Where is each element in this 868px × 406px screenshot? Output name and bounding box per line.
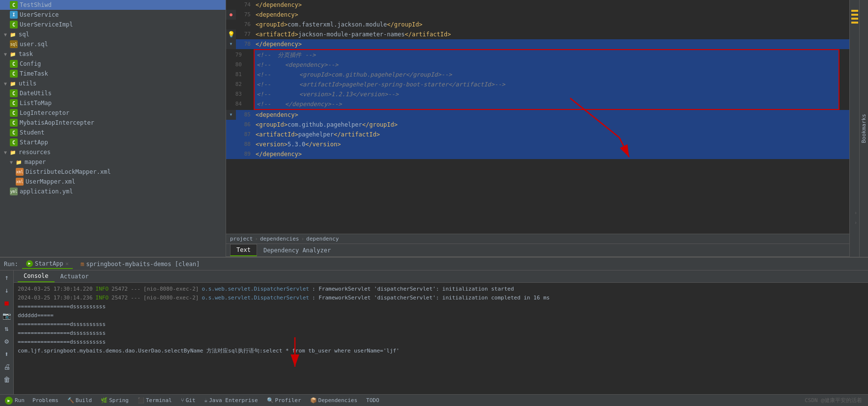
sidebar-item-timetask[interactable]: C TimeTask bbox=[0, 69, 226, 79]
run-tab-clean[interactable]: m springboot-mybaits-demos [clean] bbox=[77, 260, 203, 269]
panel-tab-console[interactable]: Console bbox=[18, 271, 55, 282]
sep-1: --- bbox=[131, 285, 141, 294]
class-icon: C bbox=[10, 21, 18, 28]
tab-text[interactable]: Text bbox=[230, 244, 257, 256]
sidebar-item-utils[interactable]: ▼ 📁 utils bbox=[0, 79, 226, 88]
status-bar: ▶ Run Problems 🔨 Build 🌿 Spring ⬛ Termin… bbox=[0, 394, 868, 406]
class-icon: C bbox=[10, 99, 18, 107]
run-tab-startapp[interactable]: ▶ StartApp ✕ bbox=[22, 259, 73, 269]
line-content-89: </dependency> bbox=[254, 149, 849, 159]
sidebar-item-mybatisaopintercepter[interactable]: C MybatisAopIntercepter bbox=[0, 118, 226, 128]
terminal-label: Terminal bbox=[146, 397, 172, 404]
sidebar-item-label: Config bbox=[20, 60, 41, 67]
sidebar-item-testshiwd[interactable]: C TestShiwd bbox=[0, 0, 226, 10]
code-line-85: ▼ 85 <dependency> bbox=[226, 110, 849, 120]
fold-icon-85: ▼ bbox=[230, 110, 232, 120]
folder-arrow-icon: ▼ bbox=[4, 81, 9, 86]
trash-btn[interactable]: 🗑 bbox=[2, 375, 12, 384]
startapp-tab-label: StartApp bbox=[35, 260, 63, 267]
sidebar-item-label: LogInterceptor bbox=[20, 109, 69, 116]
tab-dependency-analyzer[interactable]: Dependency Analyzer bbox=[257, 244, 337, 256]
code-editor: 74 </dependency> ● 75 <dependency> bbox=[226, 0, 849, 257]
folder-arrow-icon: ▼ bbox=[4, 150, 9, 155]
line-num-86: 86 bbox=[236, 120, 254, 130]
sort-btn[interactable]: ⇅ bbox=[2, 324, 12, 333]
collapse-btn[interactable]: › bbox=[852, 208, 859, 217]
bottom-panel: Run: ▶ StartApp ✕ m springboot-mybaits-d… bbox=[0, 257, 868, 394]
gear-btn[interactable]: ⚙ bbox=[2, 336, 12, 346]
status-todo[interactable]: TODO bbox=[362, 397, 383, 404]
scroll-up-btn[interactable]: ↑ bbox=[2, 272, 12, 282]
sidebar-item-label: application.yml bbox=[20, 188, 73, 195]
status-spring[interactable]: 🌿 Spring bbox=[97, 397, 133, 404]
log-plain-2: dddddd===== bbox=[18, 311, 864, 320]
breadcrumb-dependencies[interactable]: dependencies bbox=[260, 236, 299, 242]
sidebar-item-dateutils[interactable]: C DateUtils bbox=[0, 88, 226, 98]
camera-btn[interactable]: 📷 bbox=[2, 311, 12, 321]
status-build[interactable]: 🔨 Build bbox=[63, 397, 96, 404]
code-line-77: 💡 77 <artifactId>jackson-module-paramete… bbox=[226, 29, 849, 39]
red-box: 79 <!-- 分页插件 --> 80 <!-- <dependency>-->… bbox=[254, 49, 839, 110]
folder-icon: 📁 bbox=[9, 80, 17, 87]
scroll-marker-4 bbox=[851, 22, 858, 24]
status-run[interactable]: ▶ Run bbox=[2, 397, 28, 405]
bookmarks-bar[interactable]: Bookmarks bbox=[859, 0, 868, 257]
gutter-78: ▼ bbox=[226, 39, 236, 49]
code-line-81: 81 <!-- <groupId>com.github.pagehelper</… bbox=[255, 70, 839, 80]
right-scrollbar[interactable]: › › bbox=[849, 0, 859, 257]
project-tree[interactable]: C TestShiwd I UserService C UserServiceI… bbox=[0, 0, 226, 257]
sidebar-item-distributelockmapper[interactable]: xml DistributeLockMapper.xml bbox=[0, 167, 226, 177]
thread-1: [nio-8080-exec-2] bbox=[144, 285, 199, 294]
sidebar-item-label: MybatisAopIntercepter bbox=[20, 119, 94, 126]
bookmarks-label[interactable]: Bookmarks bbox=[861, 114, 867, 143]
sidebar-item-usermapper[interactable]: xml UserMapper.xml bbox=[0, 177, 226, 187]
breadcrumb-sep2: › bbox=[301, 236, 304, 242]
terminal-icon: ⬛ bbox=[138, 397, 145, 404]
status-profiler[interactable]: 🔍 Profiler bbox=[263, 397, 305, 404]
code-line-84: 84 <!-- </dependency>--> bbox=[255, 99, 839, 109]
editor-content[interactable]: 74 </dependency> ● 75 <dependency> bbox=[226, 0, 849, 234]
sidebar-item-loginterceptor[interactable]: C LogInterceptor bbox=[0, 108, 226, 118]
collapse-btn-2[interactable]: › bbox=[852, 217, 859, 227]
status-problems[interactable]: Problems bbox=[29, 397, 62, 404]
sidebar-item-student[interactable]: C Student bbox=[0, 128, 226, 137]
close-tab-icon[interactable]: ✕ bbox=[65, 260, 69, 267]
sidebar-item-sql[interactable]: ▼ 📁 sql bbox=[0, 29, 226, 39]
status-java-enterprise[interactable]: ☕ Java Enterprise bbox=[201, 397, 262, 404]
sidebar-item-user-sql[interactable]: sql user.sql bbox=[0, 39, 226, 49]
scroll-down-btn[interactable]: ↓ bbox=[2, 285, 12, 295]
sidebar-item-resources[interactable]: ▼ 📁 resources bbox=[0, 147, 226, 157]
gutter-75: ● bbox=[226, 10, 236, 20]
profiler-icon: 🔍 bbox=[267, 397, 274, 404]
stop-btn[interactable]: ■ bbox=[2, 298, 12, 308]
sidebar-item-startapp[interactable]: C StartApp bbox=[0, 137, 226, 147]
line-content-77: <artifactId>jackson-module-parameter-nam… bbox=[254, 29, 849, 39]
sidebar-item-mapper[interactable]: ▼ 📁 mapper bbox=[0, 157, 226, 167]
console-output[interactable]: 2024-03-25 17:30:14.220 INFO 25472 --- [… bbox=[14, 283, 868, 394]
panel-tab-actuator[interactable]: Actuator bbox=[55, 271, 95, 282]
sidebar-item-config[interactable]: C Config bbox=[0, 59, 226, 69]
editor-tab-bar: Text Dependency Analyzer bbox=[226, 244, 849, 257]
sidebar-item-task[interactable]: ▼ 📁 task bbox=[0, 49, 226, 59]
actuator-label: Actuator bbox=[60, 273, 89, 280]
console-panel: Console Actuator 2024-03-25 17:30:14.220… bbox=[14, 271, 868, 394]
line-num-88: 88 bbox=[236, 139, 254, 149]
breadcrumb-project[interactable]: project bbox=[230, 236, 253, 242]
breadcrumb: project › dependencies › dependency bbox=[226, 234, 849, 244]
status-git[interactable]: ⑂ Git bbox=[177, 397, 200, 404]
sidebar-item-userserviceimpl[interactable]: C UserServiceImpl bbox=[0, 20, 226, 29]
print-btn[interactable]: 🖨 bbox=[2, 362, 12, 372]
status-terminal[interactable]: ⬛ Terminal bbox=[134, 397, 176, 404]
sidebar-item-userservice[interactable]: I UserService bbox=[0, 10, 226, 20]
class-icon: C bbox=[10, 119, 18, 127]
import-btn[interactable]: ⬆ bbox=[2, 349, 12, 359]
warning-icon: 💡 bbox=[228, 29, 235, 39]
class-icon: C bbox=[10, 70, 18, 78]
folder-icon: 📁 bbox=[15, 158, 23, 166]
sidebar-item-application-yml[interactable]: yml application.yml bbox=[0, 187, 226, 196]
sidebar-item-listtomap[interactable]: C ListToMap bbox=[0, 98, 226, 108]
java-icon: ☕ bbox=[204, 397, 208, 404]
status-dependencies[interactable]: 📦 Dependencies bbox=[306, 397, 361, 404]
console-toolbar: ↑ ↓ ■ 📷 ⇅ ⚙ ⬆ 🖨 🗑 bbox=[0, 271, 14, 394]
breadcrumb-dependency[interactable]: dependency bbox=[306, 236, 339, 242]
